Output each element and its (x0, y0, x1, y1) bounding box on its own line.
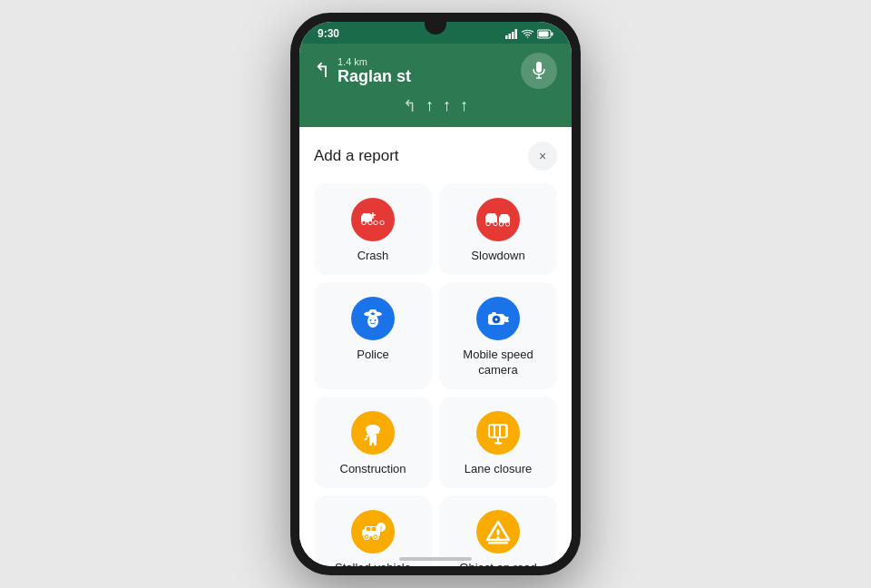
svg-rect-59 (367, 527, 371, 531)
svg-rect-70 (488, 542, 508, 544)
svg-rect-1 (509, 34, 512, 39)
crash-icon (360, 210, 386, 230)
stalled-vehicle-icon: ! (359, 520, 387, 544)
report-item-stalled-vehicle[interactable]: ! Stalled vehicle (314, 495, 432, 566)
slowdown-icon-circle (476, 198, 520, 241)
svg-point-27 (505, 222, 509, 226)
svg-rect-39 (492, 312, 496, 316)
svg-point-62 (366, 535, 367, 537)
mic-button[interactable] (521, 53, 557, 89)
svg-point-34 (375, 319, 377, 321)
close-button[interactable]: × (528, 142, 557, 171)
svg-point-33 (370, 319, 372, 321)
svg-rect-21 (487, 213, 496, 218)
svg-rect-6 (539, 31, 549, 36)
lane-closure-icon (485, 421, 511, 445)
svg-point-69 (497, 536, 500, 539)
construction-label: Construction (340, 462, 406, 477)
camera-notch (425, 13, 446, 34)
police-icon-circle (351, 297, 395, 340)
mic-icon (532, 62, 546, 80)
svg-rect-3 (515, 29, 518, 39)
mobile-speed-camera-icon (485, 308, 511, 329)
phone-frame: 9:30 (290, 13, 581, 575)
svg-point-16 (374, 220, 377, 224)
svg-rect-48 (369, 442, 372, 446)
phone-screen: 9:30 (299, 22, 572, 566)
lane-closure-label: Lane closure (465, 462, 532, 477)
report-item-police[interactable]: Police (314, 282, 432, 389)
bottom-sheet: Add a report × (299, 127, 572, 566)
lane-guides: ↰ ↑ ↑ ↑ (314, 96, 557, 116)
lane-closure-icon-circle (476, 411, 520, 455)
report-item-object-on-road[interactable]: Object on road (439, 495, 557, 566)
stalled-vehicle-label: Stalled vehicle (335, 561, 411, 566)
report-item-lane-closure[interactable]: Lane closure (439, 397, 557, 488)
status-time: 9:30 (318, 27, 339, 40)
construction-icon-circle (351, 411, 395, 455)
svg-rect-5 (552, 32, 553, 35)
svg-rect-7 (536, 62, 542, 73)
svg-rect-47 (364, 437, 367, 441)
svg-text:!: ! (380, 524, 382, 531)
report-item-construction[interactable]: Construction (314, 397, 432, 488)
svg-point-38 (495, 318, 498, 320)
mobile-speed-camera-label: Mobile speed camera (448, 348, 548, 378)
status-icons (505, 29, 553, 39)
battery-icon (537, 29, 553, 39)
report-item-crash[interactable]: Crash (314, 183, 432, 275)
svg-point-23 (494, 221, 497, 225)
stalled-vehicle-icon-circle: ! (351, 510, 395, 554)
svg-rect-53 (501, 426, 505, 436)
mobile-speed-camera-icon-circle (476, 297, 520, 340)
svg-point-17 (380, 220, 384, 224)
wifi-icon (522, 29, 533, 39)
home-indicator (399, 557, 472, 561)
svg-point-32 (367, 315, 378, 328)
map-area: ↰ 1.4 km Raglan st ↰ ↑ (299, 44, 572, 127)
lane-straight2-icon: ↑ (443, 96, 451, 116)
svg-rect-49 (374, 442, 377, 446)
svg-point-64 (375, 535, 377, 537)
nav-info: 1.4 km Raglan st (338, 56, 411, 86)
object-on-road-icon (485, 519, 511, 544)
crash-icon-circle (351, 198, 395, 241)
sheet-header: Add a report × (314, 142, 557, 171)
nav-direction: ↰ 1.4 km Raglan st (314, 56, 411, 86)
police-icon (361, 307, 385, 330)
report-item-slowdown[interactable]: Slowdown (439, 183, 557, 275)
police-label: Police (357, 348, 388, 363)
svg-rect-42 (508, 318, 511, 320)
turn-arrow-icon: ↰ (314, 59, 330, 83)
svg-rect-44 (367, 431, 379, 434)
nav-street: Raglan st (338, 67, 411, 86)
report-item-mobile-speed-camera[interactable]: Mobile speed camera (439, 282, 557, 389)
lane-straight1-icon: ↑ (426, 96, 434, 116)
svg-point-22 (486, 221, 490, 225)
report-grid: Crash (314, 183, 557, 566)
svg-rect-52 (495, 426, 499, 436)
sheet-title: Add a report (314, 147, 399, 165)
svg-rect-51 (490, 426, 494, 436)
svg-rect-25 (501, 214, 509, 219)
object-on-road-icon-circle (476, 510, 520, 554)
slowdown-icon (484, 211, 512, 229)
svg-rect-0 (505, 35, 508, 39)
slowdown-label: Slowdown (471, 249, 524, 264)
object-on-road-label: Object on road (459, 561, 536, 566)
crash-label: Crash (357, 249, 389, 264)
construction-icon (360, 420, 386, 446)
svg-point-26 (499, 222, 503, 226)
signal-icon (505, 29, 518, 39)
svg-rect-2 (512, 32, 514, 39)
svg-rect-60 (372, 527, 377, 531)
nav-row: ↰ 1.4 km Raglan st (314, 53, 557, 89)
svg-rect-68 (497, 529, 500, 535)
svg-rect-56 (494, 442, 502, 445)
lane-left-icon: ↰ (403, 96, 416, 116)
nav-distance: 1.4 km (338, 56, 411, 67)
svg-rect-15 (363, 213, 371, 217)
lane-straight3-icon: ↑ (460, 96, 468, 116)
